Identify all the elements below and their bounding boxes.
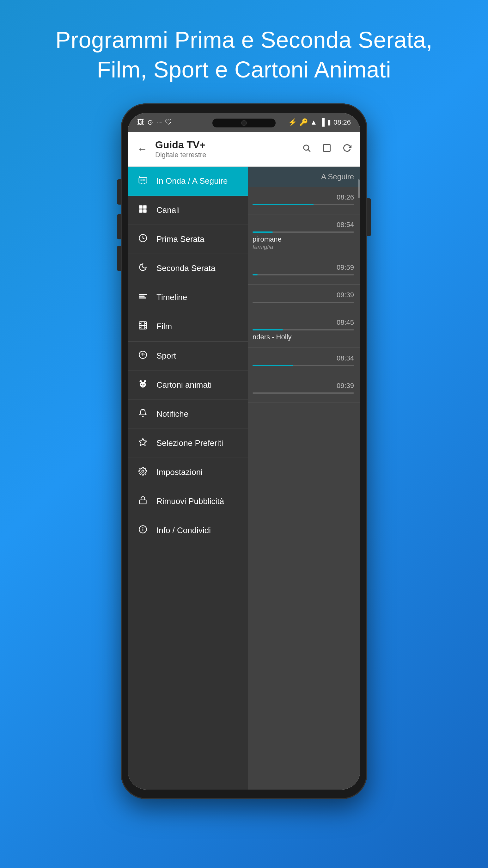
status-right: ⚡ 🔑 ▲ ▐ ▮ 08:26 [288, 118, 351, 126]
drawer-item-timeline[interactable]: Timeline [128, 283, 248, 312]
program-subtitle-1: famiglia [253, 244, 354, 250]
shield-icon: 🛡 [165, 118, 172, 126]
film-icon [137, 321, 149, 332]
moon-icon [137, 263, 149, 274]
time-display: 08:26 [333, 118, 351, 126]
program-item-4: 08:45 nders - Holly [248, 312, 360, 348]
navigation-drawer: In Onda / A Seguire Canali [128, 167, 248, 789]
drawer-label-impostazioni: Impostazioni [157, 467, 203, 477]
svg-line-30 [144, 354, 145, 354]
battery-icon: ▮ [327, 118, 331, 126]
phone-speaker [213, 119, 275, 127]
svg-marker-27 [142, 353, 144, 355]
svg-point-0 [304, 145, 309, 150]
drawer-label-pubblicita: Rimuovi Pubblicità [157, 496, 224, 506]
app-bar: ← Guida TV+ Digitale terrestre [128, 132, 360, 167]
svg-rect-2 [324, 145, 330, 152]
drawer-item-cartoni[interactable]: Cartoni animati [128, 371, 248, 400]
drawer-item-notifiche[interactable]: Notifiche [128, 400, 248, 429]
program-bar-fill-0 [253, 204, 314, 205]
drawer-item-pubblicita[interactable]: Rimuovi Pubblicità [128, 487, 248, 516]
drawer-label-notifiche: Notifiche [157, 409, 188, 419]
svg-rect-39 [140, 500, 147, 504]
svg-point-9 [139, 176, 140, 177]
svg-point-33 [140, 382, 146, 388]
program-bar-4 [253, 329, 354, 331]
drawer-label-canali: Canali [157, 205, 180, 215]
drawer-item-info[interactable]: Info / Condividi [128, 516, 248, 545]
status-left: 🖼 ⊙ ··· 🛡 [137, 118, 172, 126]
svg-rect-16 [139, 296, 144, 297]
svg-line-29 [141, 354, 142, 354]
image-icon: 🖼 [137, 118, 144, 126]
phone-frame: 🖼 ⊙ ··· 🛡 ⚡ 🔑 ▲ ▐ ▮ 08:26 ← Gui [121, 103, 367, 799]
drawer-label-preferiti: Selezione Preferiti [157, 438, 223, 448]
drawer-label-seconda-serata: Seconda Serata [157, 264, 215, 273]
program-bar-1 [253, 231, 354, 233]
key-icon: 🔑 [299, 118, 308, 126]
drawer-item-sport[interactable]: Sport [128, 341, 248, 371]
program-bar-6 [253, 393, 354, 394]
program-time-4: 08:45 [253, 318, 354, 327]
lock-icon [137, 496, 149, 507]
search-button[interactable] [300, 141, 314, 157]
program-item-3: 09:39 [248, 285, 360, 312]
app-title: Guida TV+ [155, 139, 295, 151]
drawer-label-film: Film [157, 321, 172, 331]
program-list: 08:26 08:54 piromane famiglia [248, 187, 360, 403]
clock-icon [137, 234, 149, 245]
program-title-4: nders - Holly [253, 333, 354, 341]
right-panel: A Seguire 08:26 08:54 [248, 167, 360, 789]
program-bar-0 [253, 204, 354, 205]
program-item-1: 08:54 piromane famiglia [248, 214, 360, 257]
scrollbar[interactable] [358, 179, 360, 198]
drawer-item-film[interactable]: Film [128, 312, 248, 341]
drawer-label-in-onda: In Onda / A Seguire [157, 176, 228, 186]
gear-icon [137, 467, 149, 478]
svg-rect-11 [143, 206, 147, 209]
program-time-2: 09:59 [253, 264, 354, 272]
drawer-label-timeline: Timeline [157, 292, 187, 302]
program-bar-3 [253, 302, 354, 303]
svg-rect-13 [143, 209, 147, 213]
drawer-label-prima-serata: Prima Serata [157, 234, 204, 244]
drawer-item-impostazioni[interactable]: Impostazioni [128, 458, 248, 487]
program-item-2: 09:59 [248, 257, 360, 285]
window-button[interactable] [320, 141, 334, 157]
svg-line-1 [308, 150, 310, 152]
main-content: In Onda / A Seguire Canali [128, 167, 360, 789]
grid-icon [137, 205, 149, 216]
timeline-icon [137, 292, 149, 303]
program-title-1: piromane [253, 235, 354, 244]
drawer-item-in-onda[interactable]: In Onda / A Seguire [128, 167, 248, 196]
program-time-5: 08:34 [253, 354, 354, 362]
svg-rect-15 [139, 294, 147, 295]
hero-title: Programmi Prima e Seconda Serata, Film, … [0, 0, 488, 103]
program-time-6: 09:39 [253, 382, 354, 390]
wifi-icon: ▲ [311, 118, 317, 126]
refresh-button[interactable] [340, 141, 354, 157]
svg-rect-12 [139, 209, 142, 213]
program-time-1: 08:54 [253, 221, 354, 229]
svg-rect-17 [139, 298, 146, 299]
drawer-item-seconda-serata[interactable]: Seconda Serata [128, 254, 248, 283]
svg-point-36 [142, 409, 143, 410]
back-button[interactable]: ← [134, 140, 151, 158]
program-time-3: 09:39 [253, 291, 354, 299]
svg-rect-10 [139, 206, 142, 209]
svg-marker-37 [139, 439, 147, 445]
drawer-item-prima-serata[interactable]: Prima Serata [128, 225, 248, 254]
app-bar-icons [300, 141, 354, 157]
program-item-0: 08:26 [248, 187, 360, 214]
drawer-item-canali[interactable]: Canali [128, 196, 248, 225]
drawer-label-info: Info / Condividi [157, 526, 211, 535]
svg-point-34 [141, 384, 142, 385]
svg-point-38 [142, 470, 144, 472]
program-item-6: 09:39 [248, 375, 360, 403]
camera [241, 120, 247, 126]
phone-mockup: 🖼 ⊙ ··· 🛡 ⚡ 🔑 ▲ ▐ ▮ 08:26 ← Gui [121, 103, 367, 799]
drawer-item-preferiti[interactable]: Selezione Preferiti [128, 429, 248, 458]
signal-icon: ▐ [320, 118, 325, 126]
app-subtitle: Digitale terrestre [155, 151, 295, 159]
program-bar-fill-4 [253, 329, 283, 331]
